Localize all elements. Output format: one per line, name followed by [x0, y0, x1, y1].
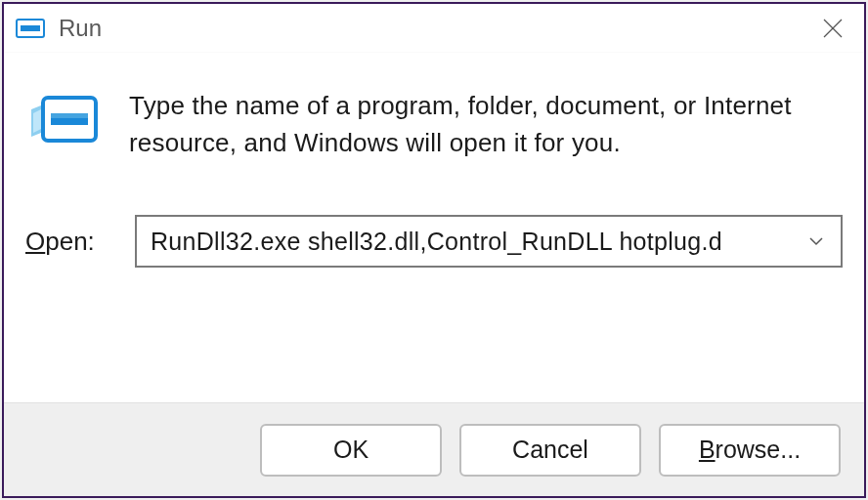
open-label: Open:: [25, 227, 115, 257]
window-title: Run: [59, 15, 809, 42]
button-panel: OK Cancel Browse...: [4, 402, 864, 496]
browse-button[interactable]: Browse...: [659, 424, 841, 477]
run-large-icon: [31, 92, 100, 146]
close-button[interactable]: [809, 9, 856, 48]
combobox-dropdown-button[interactable]: [805, 235, 827, 247]
ok-button[interactable]: OK: [260, 424, 442, 477]
description-row: Type the name of a program, folder, docu…: [25, 88, 843, 161]
svg-rect-1: [21, 25, 40, 31]
input-row: Open:: [25, 215, 843, 268]
close-icon: [822, 18, 844, 39]
description-text: Type the name of a program, folder, docu…: [129, 88, 843, 161]
titlebar: Run: [4, 4, 864, 53]
open-combobox[interactable]: [135, 215, 843, 268]
run-icon: [16, 17, 45, 40]
svg-rect-6: [51, 113, 88, 118]
chevron-down-icon: [808, 235, 824, 247]
dialog-content: Type the name of a program, folder, docu…: [4, 53, 864, 402]
open-input[interactable]: [151, 228, 805, 256]
cancel-button[interactable]: Cancel: [459, 424, 641, 477]
run-dialog: Run Type the name of a program, folder, …: [2, 2, 866, 498]
